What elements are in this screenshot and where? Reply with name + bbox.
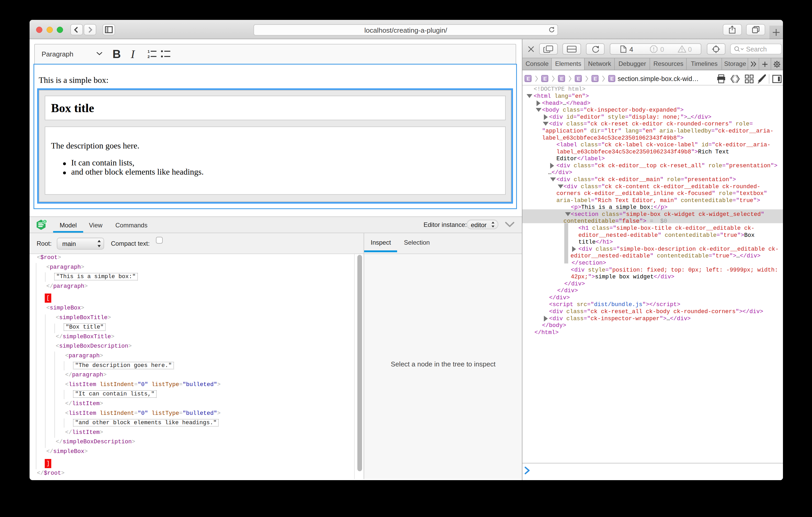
svg-text:5: 5: [44, 220, 46, 223]
svg-text:1: 1: [148, 49, 150, 54]
svg-text:2: 2: [148, 54, 150, 59]
